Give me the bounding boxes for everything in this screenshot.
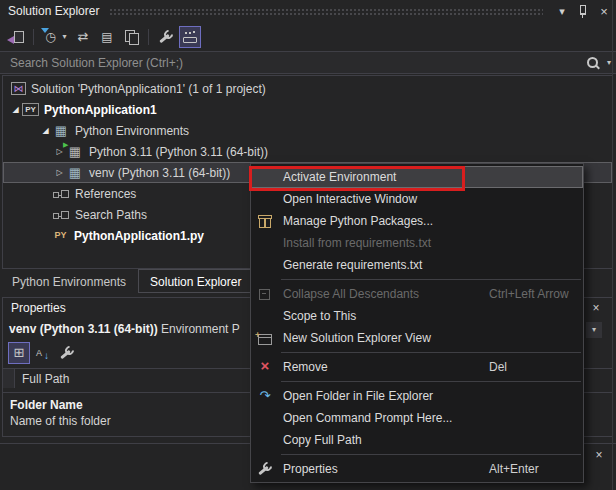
toolbar-separator [33, 29, 34, 45]
collapse-all-icon[interactable] [120, 26, 142, 48]
pending-changes-filter-icon[interactable]: ◷▾ [40, 26, 70, 48]
close-icon[interactable]: × [595, 3, 613, 19]
properties-wrench-icon[interactable] [155, 26, 177, 48]
preview-selected-items-icon[interactable] [179, 26, 201, 48]
tab-python-environments[interactable]: Python Environments [0, 269, 138, 293]
pin-icon[interactable] [574, 3, 592, 19]
tree-row-python-311[interactable]: ▷▦▶Python 3.11 (Python 3.11 (64-bit)) [3, 141, 612, 162]
menu-separator [281, 279, 581, 280]
solution-explorer-toolbar: ◷▾⇄▤ [0, 22, 616, 51]
annotation-highlight-box [249, 166, 465, 191]
properties-object-name: venv (Python 3.11 (64-bit)) Environment … [9, 322, 240, 336]
collapse-all-icon [122, 28, 140, 46]
property-description-title: Folder Name [10, 398, 83, 412]
menu-item-generate-requirements-txt[interactable]: Generate requirements.txt [251, 254, 583, 276]
tab-solution-explorer[interactable]: Solution Explorer [138, 269, 253, 293]
menu-item-open-interactive-window[interactable]: Open Interactive Window [251, 188, 583, 210]
tree-item-label: Solution 'PythonApplication1' (1 of 1 pr… [31, 82, 266, 96]
window-position-menu-icon[interactable]: ▾ [553, 3, 571, 19]
menu-item-label: Open Interactive Window [283, 188, 417, 210]
tree-item-label: Python Environments [75, 124, 189, 138]
toolbar-separator [148, 29, 149, 45]
properties-close-icon[interactable]: × [588, 300, 604, 316]
references-icon [52, 206, 70, 224]
menu-item-manage-python-packages[interactable]: Manage Python Packages... [251, 210, 583, 232]
properties-wrench-icon [157, 28, 175, 46]
collapse-icon [256, 285, 274, 303]
grid-gutter [3, 369, 15, 388]
menu-item-label: Install from requirements.txt [283, 232, 431, 254]
remove-icon: × [256, 358, 274, 376]
new-view-icon [256, 329, 274, 347]
open-folder-icon: ↷ [256, 387, 274, 405]
tree-row-project-pythonapplication1[interactable]: ◢PYPythonApplication1 [3, 99, 612, 120]
venv-icon: ▦ [66, 164, 84, 182]
tree-row-python-environments[interactable]: ◢▦Python Environments [3, 120, 612, 141]
alphabetical-icon[interactable] [32, 342, 54, 364]
sync-with-active-document-icon: ⇄ [74, 28, 92, 46]
property-pages-icon [58, 344, 76, 362]
categorized-icon[interactable]: ⊞ [8, 342, 30, 364]
window-title: Solution Explorer [8, 4, 99, 18]
dropdown-caret-icon[interactable]: ▾ [61, 32, 69, 41]
alphabetical-icon [34, 344, 52, 362]
menu-separator [281, 352, 581, 353]
property-label: Full Path [22, 372, 69, 386]
search-bar: ▾ [0, 51, 616, 74]
property-description-text: Name of this folder [10, 414, 111, 428]
menu-item-label: Remove [283, 356, 328, 378]
menu-item-label: Open Command Prompt Here... [283, 407, 452, 429]
references-icon [52, 185, 70, 203]
expander-expanded-icon[interactable]: ◢ [9, 105, 22, 114]
switch-views-icon[interactable] [5, 26, 27, 48]
menu-item-open-folder-in-file-explorer[interactable]: ↷Open Folder in File Explorer [251, 385, 583, 407]
refresh-icon: ▤ [98, 28, 116, 46]
menu-item-properties[interactable]: PropertiesAlt+Enter [251, 458, 583, 480]
menu-item-label: New Solution Explorer View [283, 327, 431, 349]
tree-item-label: Search Paths [75, 208, 147, 222]
switch-views-icon [7, 28, 25, 46]
menu-item-open-command-prompt-here[interactable]: Open Command Prompt Here... [251, 407, 583, 429]
preview-selected-items-icon [181, 28, 199, 46]
menu-item-new-solution-explorer-view[interactable]: New Solution Explorer View [251, 327, 583, 349]
expander-expanded-icon[interactable]: ◢ [39, 126, 52, 135]
categorized-icon: ⊞ [10, 344, 28, 362]
panel-close-icon[interactable]: × [591, 447, 607, 463]
search-input[interactable] [8, 55, 584, 71]
python-file-icon: PY [52, 229, 69, 242]
property-pages-icon[interactable] [56, 342, 78, 364]
menu-item-label: Open Folder in File Explorer [283, 385, 433, 407]
tree-item-label: Python 3.11 (Python 3.11 (64-bit)) [89, 145, 268, 159]
solution-explorer-window: Solution Explorer ▾ × ◷▾⇄▤ ▾ ⋈Solution '… [0, 0, 616, 490]
tree-row-solution[interactable]: ⋈Solution 'PythonApplication1' (1 of 1 p… [3, 78, 612, 99]
menu-item-label: Manage Python Packages... [283, 210, 433, 232]
search-options-caret-icon[interactable]: ▾ [602, 58, 616, 67]
expander-collapsed-icon[interactable]: ▷ [53, 168, 66, 177]
refresh-icon[interactable]: ▤ [96, 26, 118, 48]
environments-icon: ▦ [52, 122, 70, 140]
menu-item-copy-full-path[interactable]: Copy Full Path [251, 429, 583, 451]
menu-item-label: Generate requirements.txt [283, 254, 422, 276]
search-icon[interactable] [584, 54, 602, 72]
expander-collapsed-icon[interactable]: ▷ [53, 147, 66, 156]
properties-title: Properties [11, 301, 66, 315]
menu-item-label: Copy Full Path [283, 429, 362, 451]
combobox-dropdown-icon[interactable]: ▾ [586, 322, 602, 338]
properties-toolbar: ⊞ [7, 342, 79, 364]
titlebar: Solution Explorer ▾ × [0, 0, 616, 22]
play-badge-icon: ▶ [63, 141, 68, 148]
menu-item-install-from-requirements-txt: Install from requirements.txt [251, 232, 583, 254]
sync-with-active-document-icon[interactable]: ⇄ [72, 26, 94, 48]
titlebar-drag-grip[interactable] [109, 8, 543, 16]
python-env-icon: ▦▶ [66, 143, 84, 161]
tree-item-label: PythonApplication1 [44, 103, 157, 117]
python-project-icon: PY [22, 103, 39, 116]
tree-item-label: PythonApplication1.py [74, 229, 204, 243]
menu-item-collapse-all-descendants: Collapse All DescendantsCtrl+Left Arrow [251, 283, 583, 305]
menu-item-remove[interactable]: ×RemoveDel [251, 356, 583, 378]
menu-item-scope-to-this[interactable]: Scope to This [251, 305, 583, 327]
tree-item-label: venv (Python 3.11 (64-bit)) [89, 166, 230, 180]
tree-item-label: References [75, 187, 136, 201]
menu-item-shortcut: Del [489, 356, 507, 378]
menu-item-activate-environment[interactable]: Activate Environment [251, 166, 583, 188]
